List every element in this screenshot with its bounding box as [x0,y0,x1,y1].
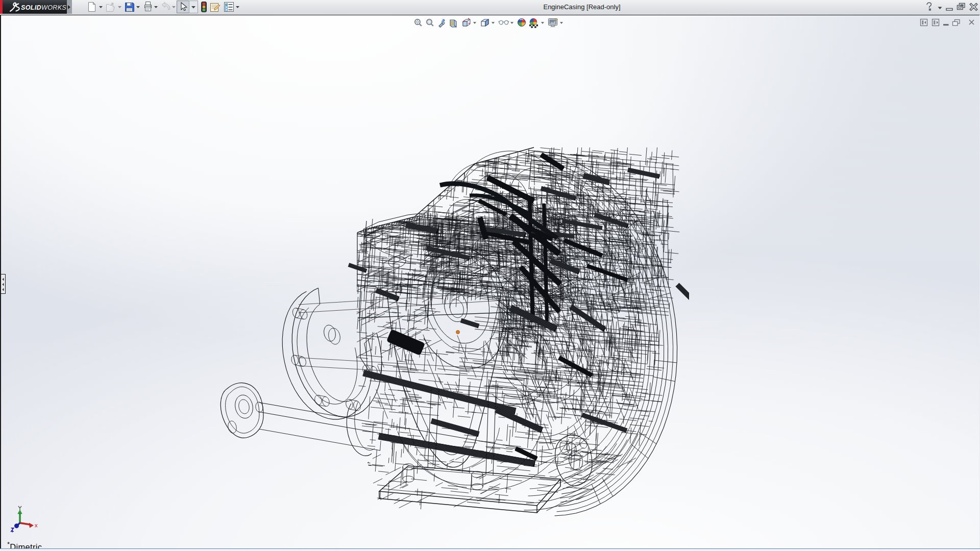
svg-text:SOLIDWORKS: SOLIDWORKS [21,4,66,11]
